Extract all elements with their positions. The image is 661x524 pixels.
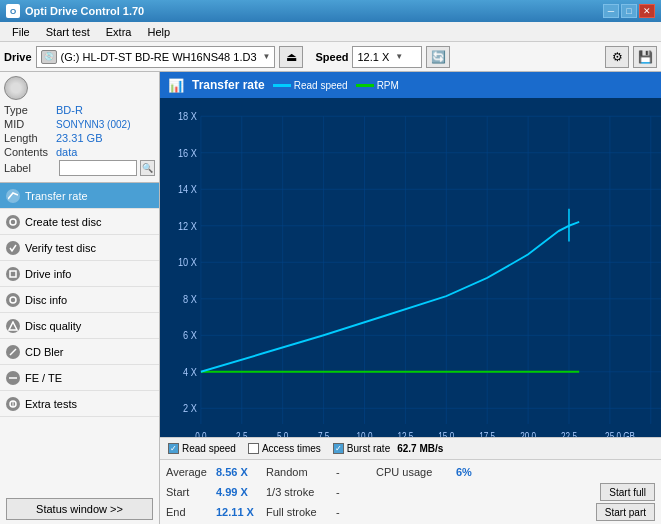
svg-text:20.0: 20.0 — [520, 431, 536, 437]
svg-marker-3 — [9, 322, 17, 330]
nav-disc-info-label: Disc info — [25, 294, 67, 306]
stroke1-value: - — [336, 486, 376, 498]
disc-icon — [4, 76, 28, 100]
fe-te-icon — [6, 371, 20, 385]
stats-area: Average 8.56 X Random - CPU usage 6% Sta… — [160, 459, 661, 524]
chart-controls: ✓ Read speed Access times ✓ Burst rate 6… — [160, 437, 661, 459]
disc-info-icon — [6, 293, 20, 307]
nav-cd-bler-label: CD Bler — [25, 346, 64, 358]
drive-info-icon — [6, 267, 20, 281]
cpu-label: CPU usage — [376, 466, 456, 478]
end-value: 12.11 X — [216, 506, 266, 518]
maximize-button[interactable]: □ — [621, 4, 637, 18]
eject-button[interactable]: ⏏ — [279, 46, 303, 68]
label-label: Label — [4, 162, 56, 174]
svg-text:6 X: 6 X — [183, 328, 197, 341]
legend-rpm: RPM — [356, 80, 399, 91]
title-text: Opti Drive Control 1.70 — [25, 5, 144, 17]
nav-verify-test-disc-label: Verify test disc — [25, 242, 96, 254]
start-full-button[interactable]: Start full — [600, 483, 655, 501]
nav-drive-info-label: Drive info — [25, 268, 71, 280]
drive-label: Drive — [4, 51, 32, 63]
svg-text:10 X: 10 X — [178, 255, 197, 268]
stroke1-label: 1/3 stroke — [266, 486, 336, 498]
access-times-check-label: Access times — [262, 443, 321, 454]
drive-select[interactable]: 💿 (G:) HL-DT-ST BD-RE WH16NS48 1.D3 ▼ — [36, 46, 276, 68]
contents-label: Contents — [4, 146, 56, 158]
legend-read-speed-color — [273, 84, 291, 87]
label-search-button[interactable]: 🔍 — [140, 160, 155, 176]
svg-text:25.0 GB: 25.0 GB — [605, 431, 635, 437]
refresh-button[interactable]: 🔄 — [426, 46, 450, 68]
nav-create-test-disc-label: Create test disc — [25, 216, 101, 228]
stats-row-3: End 12.11 X Full stroke - Start part — [166, 502, 655, 522]
access-times-checkbox[interactable] — [248, 443, 259, 454]
stroke2-label: Full stroke — [266, 506, 336, 518]
svg-text:2 X: 2 X — [183, 401, 197, 414]
status-window-button[interactable]: Status window >> — [6, 498, 153, 520]
chart-svg: 18 X 16 X 14 X 12 X 10 X 8 X 6 X 4 X 2 X… — [160, 98, 661, 437]
title-bar: O Opti Drive Control 1.70 ─ □ ✕ — [0, 0, 661, 22]
mid-value: SONYNN3 (002) — [56, 119, 130, 130]
burst-rate-checkbox[interactable]: ✓ — [333, 443, 344, 454]
legend-read-speed-label: Read speed — [294, 80, 348, 91]
nav-fe-te[interactable]: FE / TE — [0, 365, 159, 391]
svg-text:12.5: 12.5 — [397, 431, 413, 437]
nav-extra-tests[interactable]: Extra tests — [0, 391, 159, 417]
nav-transfer-rate[interactable]: Transfer rate — [0, 183, 159, 209]
start-part-button[interactable]: Start part — [596, 503, 655, 521]
create-test-disc-icon — [6, 215, 20, 229]
nav-disc-quality[interactable]: Disc quality — [0, 313, 159, 339]
length-label: Length — [4, 132, 56, 144]
title-bar-left: O Opti Drive Control 1.70 — [6, 4, 144, 18]
chart-title-icon: 📊 — [168, 78, 184, 93]
label-input[interactable] — [59, 160, 137, 176]
svg-text:0.0: 0.0 — [195, 431, 206, 437]
read-speed-check[interactable]: ✓ Read speed — [168, 443, 236, 454]
menu-help[interactable]: Help — [139, 24, 178, 40]
legend-rpm-color — [356, 84, 374, 87]
toolbar: Drive 💿 (G:) HL-DT-ST BD-RE WH16NS48 1.D… — [0, 42, 661, 72]
mid-label: MID — [4, 118, 56, 130]
minimize-button[interactable]: ─ — [603, 4, 619, 18]
legend-rpm-label: RPM — [377, 80, 399, 91]
speed-select[interactable]: 12.1 X ▼ — [352, 46, 422, 68]
drive-value: (G:) HL-DT-ST BD-RE WH16NS48 1.D3 — [61, 51, 257, 63]
chart-container: 18 X 16 X 14 X 12 X 10 X 8 X 6 X 4 X 2 X… — [160, 98, 661, 437]
nav-drive-info[interactable]: Drive info — [0, 261, 159, 287]
main-layout: Type BD-R MID SONYNN3 (002) Length 23.31… — [0, 72, 661, 524]
nav-verify-test-disc[interactable]: Verify test disc — [0, 235, 159, 261]
start-value: 4.99 X — [216, 486, 266, 498]
menu-extra[interactable]: Extra — [98, 24, 140, 40]
nav-cd-bler[interactable]: CD Bler — [0, 339, 159, 365]
disc-panel: Type BD-R MID SONYNN3 (002) Length 23.31… — [0, 72, 159, 183]
nav-create-test-disc[interactable]: Create test disc — [0, 209, 159, 235]
burst-rate-check[interactable]: ✓ Burst rate 62.7 MB/s — [333, 443, 444, 454]
chart-header: 📊 Transfer rate Read speed RPM — [160, 72, 661, 98]
stats-row-1: Average 8.56 X Random - CPU usage 6% — [166, 462, 655, 482]
stats-row-2: Start 4.99 X 1/3 stroke - Start full — [166, 482, 655, 502]
svg-text:4 X: 4 X — [183, 365, 197, 378]
menu-start-test[interactable]: Start test — [38, 24, 98, 40]
menu-file[interactable]: File — [4, 24, 38, 40]
disc-label-row: Label 🔍 — [4, 160, 155, 176]
settings-button[interactable]: ⚙ — [605, 46, 629, 68]
disc-type-row: Type BD-R — [4, 104, 155, 116]
svg-text:8 X: 8 X — [183, 292, 197, 305]
transfer-rate-icon — [6, 189, 20, 203]
svg-rect-1 — [10, 271, 16, 277]
svg-text:5.0: 5.0 — [277, 431, 288, 437]
read-speed-check-label: Read speed — [182, 443, 236, 454]
disc-contents-row: Contents data — [4, 146, 155, 158]
contents-value: data — [56, 146, 77, 158]
read-speed-checkbox[interactable]: ✓ — [168, 443, 179, 454]
access-times-check[interactable]: Access times — [248, 443, 321, 454]
save-button[interactable]: 💾 — [633, 46, 657, 68]
random-label: Random — [266, 466, 336, 478]
burst-rate-value: 62.7 MB/s — [397, 443, 443, 454]
svg-text:14 X: 14 X — [178, 182, 197, 195]
disc-length-row: Length 23.31 GB — [4, 132, 155, 144]
close-button[interactable]: ✕ — [639, 4, 655, 18]
type-value: BD-R — [56, 104, 83, 116]
nav-disc-info[interactable]: Disc info — [0, 287, 159, 313]
